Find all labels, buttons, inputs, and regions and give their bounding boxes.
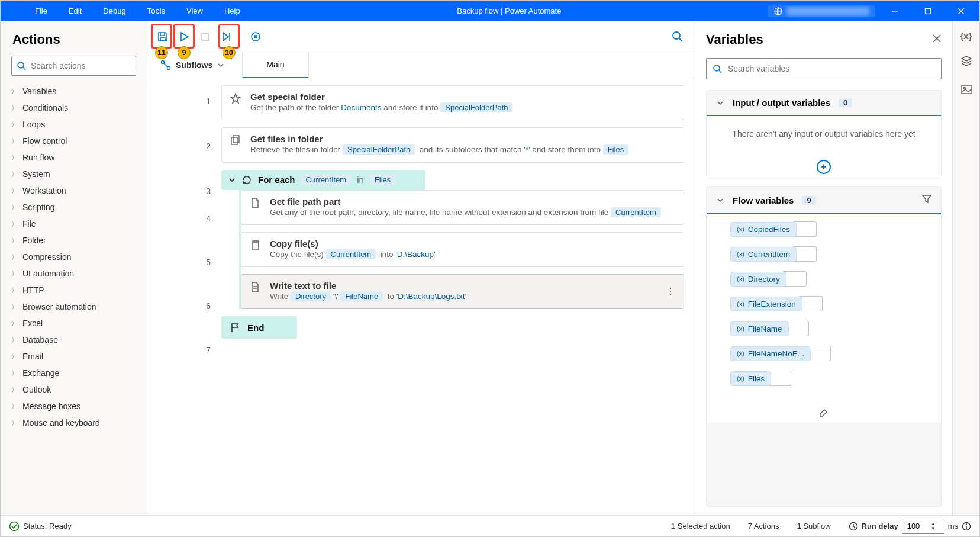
action-category[interactable]: 〉Message boxes — [4, 398, 143, 414]
step-get-special-folder[interactable]: Get special folder Get the path of the f… — [221, 85, 684, 120]
flow-variables-list: (x)CopiedFiles (x)CurrentItem (x)Directo… — [707, 214, 941, 403]
titlebar-right — [768, 1, 979, 21]
maximize-button[interactable] — [914, 1, 942, 21]
subflows-dropdown[interactable]: Subflows — [154, 60, 230, 70]
step-end[interactable]: End — [221, 316, 297, 339]
step-desc: Get any of the root path, directory, fil… — [270, 207, 661, 218]
action-category[interactable]: 〉Folder — [4, 232, 143, 249]
io-variables-header[interactable]: Input / output variables 0 — [707, 91, 941, 116]
menu-debug[interactable]: Debug — [92, 2, 136, 20]
clear-button[interactable] — [707, 403, 941, 423]
step-write-text[interactable]: Write text to file Write Directory '\' F… — [241, 274, 684, 309]
image-rail-icon[interactable] — [960, 83, 972, 98]
action-category[interactable]: 〉HTTP — [4, 282, 143, 298]
minimize-button[interactable] — [881, 1, 908, 21]
environment-pill[interactable] — [768, 5, 875, 17]
action-category[interactable]: 〉Workstation — [4, 182, 143, 199]
flow-variables-section: Flow variables 9 (x)CopiedFiles (x)Curre… — [706, 186, 942, 507]
menu-tools[interactable]: Tools — [137, 2, 176, 20]
svg-line-6 — [23, 67, 25, 70]
delay-spinner[interactable]: ▲▼ — [931, 522, 936, 531]
action-category[interactable]: 〉Loops — [4, 116, 143, 133]
flow-variable[interactable]: (x)Directory — [730, 271, 934, 287]
action-category[interactable]: 〉Database — [4, 332, 143, 348]
step-get-files[interactable]: Get files in folder Retrieve the files i… — [221, 127, 684, 162]
actions-title: Actions — [1, 21, 147, 56]
stop-button[interactable] — [195, 26, 216, 47]
step-title: Write text to file — [270, 281, 466, 291]
add-variable-button[interactable]: + — [817, 160, 831, 174]
action-category[interactable]: 〉Outlook — [4, 381, 143, 398]
step-copy-files[interactable]: Copy file(s) Copy the file(s) CurrentIte… — [241, 232, 684, 267]
menu-file[interactable]: File — [24, 2, 58, 20]
line-numbers: 1234567 — [147, 78, 221, 515]
variables-search[interactable] — [706, 58, 942, 79]
chevron-down-icon — [228, 176, 236, 184]
action-category[interactable]: 〉Browser automation — [4, 298, 143, 315]
menubar: File Edit Debug Tools View Help — [1, 2, 251, 20]
chevron-right-icon: 〉 — [11, 253, 18, 262]
flow-variable[interactable]: (x)FileName — [730, 321, 934, 336]
flow-variable[interactable]: (x)CopiedFiles — [730, 221, 934, 237]
menu-view[interactable]: View — [176, 2, 214, 20]
record-button[interactable] — [245, 26, 266, 47]
environment-name-blurred — [786, 7, 869, 15]
action-category[interactable]: 〉Variables — [4, 83, 143, 99]
save-button[interactable] — [152, 26, 173, 47]
variables-rail-icon[interactable]: {x} — [960, 31, 972, 41]
action-category[interactable]: 〉System — [4, 166, 143, 182]
menu-help[interactable]: Help — [214, 2, 251, 20]
chevron-right-icon: 〉 — [11, 153, 18, 162]
variables-search-input[interactable] — [728, 64, 935, 73]
flow-search-button[interactable] — [665, 24, 690, 49]
chevron-right-icon: 〉 — [11, 236, 18, 245]
action-category[interactable]: 〉Flow control — [4, 133, 143, 149]
svg-rect-9 — [202, 33, 209, 40]
variables-pane: Variables Input / output variables 0 The… — [695, 21, 952, 515]
action-category[interactable]: 〉Exchange — [4, 365, 143, 381]
action-category[interactable]: 〉Mouse and keyboard — [4, 414, 143, 431]
tab-main[interactable]: Main — [242, 52, 308, 78]
actions-search-input[interactable] — [31, 61, 134, 70]
info-icon[interactable] — [962, 522, 971, 531]
run-button[interactable] — [173, 26, 195, 47]
step-button[interactable] — [216, 26, 237, 47]
chevron-right-icon: 〉 — [11, 402, 18, 411]
delay-input[interactable]: ▲▼ — [902, 519, 944, 534]
action-category[interactable]: 〉Compression — [4, 249, 143, 265]
chevron-down-icon — [716, 196, 724, 204]
action-category[interactable]: 〉File — [4, 216, 143, 232]
action-category[interactable]: 〉Excel — [4, 315, 143, 332]
filter-icon[interactable] — [922, 194, 931, 206]
layers-rail-icon[interactable] — [960, 55, 972, 69]
delay-value-input[interactable] — [907, 522, 931, 530]
step-get-file-path[interactable]: Get file path part Get any of the root p… — [241, 190, 684, 225]
variable-token: CurrentItem — [611, 207, 661, 217]
chevron-right-icon: 〉 — [11, 104, 18, 112]
more-icon[interactable]: ⋮ — [666, 286, 675, 297]
actions-search[interactable] — [11, 56, 136, 76]
flow-variable[interactable]: (x)FileExtension — [730, 296, 934, 311]
variable-token: SpecialFolderPath — [343, 144, 415, 155]
titlebar: File Edit Debug Tools View Help Backup f… — [1, 1, 979, 21]
step-title: Get files in folder — [250, 134, 628, 144]
flow-variable[interactable]: (x)Files — [730, 371, 934, 386]
step-for-each[interactable]: For each CurrentItem in Files — [221, 170, 425, 190]
flow-variable[interactable]: (x)FileNameNoE... — [730, 346, 934, 361]
flow-variable[interactable]: (x)CurrentItem — [730, 246, 934, 262]
actions-list[interactable]: 〉Variables 〉Conditionals 〉Loops 〉Flow co… — [1, 83, 147, 515]
svg-point-32 — [963, 88, 965, 89]
menu-edit[interactable]: Edit — [58, 2, 92, 20]
action-category[interactable]: 〉UI automation — [4, 265, 143, 282]
action-category[interactable]: 〉Scripting — [4, 199, 143, 216]
action-category[interactable]: 〉Run flow — [4, 149, 143, 166]
action-category[interactable]: 〉Conditionals — [4, 99, 143, 116]
run-delay: Run delay ▲▼ ms — [849, 519, 971, 534]
file-icon — [250, 198, 262, 211]
variable-token: SpecialFolderPath — [440, 102, 512, 112]
close-button[interactable] — [947, 1, 975, 21]
status-actions: 7 Actions — [748, 522, 779, 530]
action-category[interactable]: 〉Email — [4, 348, 143, 365]
close-icon[interactable] — [932, 34, 942, 46]
flow-variables-header[interactable]: Flow variables 9 — [707, 187, 941, 214]
